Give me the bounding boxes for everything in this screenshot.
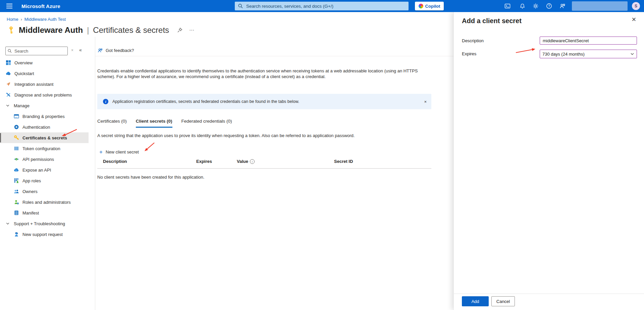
app-title[interactable]: Microsoft Azure <box>21 0 60 12</box>
key-icon <box>7 26 15 35</box>
banner-close-icon[interactable]: × <box>424 99 427 104</box>
panel-title: Add a client secret <box>462 17 522 25</box>
sidebar-item-roles-and-administrators[interactable]: Roles and administrators <box>0 197 89 207</box>
main-content: Got feedback? Credentials enable confide… <box>95 12 453 310</box>
svg-text:?: ? <box>548 4 550 8</box>
token-bars-icon <box>13 146 19 151</box>
sidebar-item-token-configuration[interactable]: Token configuration <box>0 143 89 154</box>
copilot-icon <box>419 4 423 8</box>
sidebar-item-label: Branding & properties <box>22 114 65 119</box>
sidebar-item-certificates-secrets[interactable]: Certificates & secrets <box>0 132 89 143</box>
sidebar-item-expose-an-api[interactable]: Expose an API <box>0 165 89 175</box>
copilot-button[interactable]: Copilot <box>415 2 444 10</box>
sidebar-item-label: Manage <box>14 103 30 108</box>
sidebar-item-support-troubleshooting[interactable]: Support + Troubleshooting <box>0 218 89 229</box>
notifications-bell-icon[interactable] <box>516 0 528 12</box>
page-header: Middleware Auth | Certificates & secrets… <box>7 25 195 35</box>
more-options-icon[interactable]: ⋯ <box>189 27 195 33</box>
sidebar-search-row: × « <box>0 46 89 56</box>
sidebar-item-label: API permissions <box>22 157 54 162</box>
cloud-icon <box>13 167 19 173</box>
breadcrumb-app-link[interactable]: Middleware Auth Test <box>24 17 66 22</box>
sidebar-item-owners[interactable]: Owners <box>0 186 89 197</box>
account-info-redacted <box>572 1 628 11</box>
add-button[interactable]: Add <box>462 296 489 306</box>
breadcrumb-home-link[interactable]: Home <box>7 17 18 22</box>
new-client-secret-button[interactable]: + New client secret <box>99 149 139 155</box>
quickstart-cloud-icon <box>5 71 11 76</box>
help-icon[interactable]: ? <box>543 0 555 12</box>
search-clear-icon[interactable]: × <box>71 48 73 53</box>
sidebar-item-api-permissions[interactable]: API permissions <box>0 154 89 165</box>
sidebar-divider <box>95 37 95 310</box>
sidebar-item-label: Quickstart <box>14 71 34 76</box>
column-header-description: Description <box>103 159 127 164</box>
browser-window-icon <box>13 114 19 119</box>
table-header-divider <box>97 168 431 169</box>
sidebar-item-label: Integration assistant <box>14 82 53 87</box>
sidebar-item-label: Support + Troubleshooting <box>14 221 65 226</box>
key-icon <box>13 135 19 141</box>
info-banner: i Application registration certificates,… <box>97 94 431 109</box>
plus-icon: + <box>99 149 103 155</box>
sidebar-item-label: Owners <box>22 189 38 194</box>
description-label: Description <box>462 38 484 43</box>
expires-dropdown[interactable]: 730 days (24 months) <box>540 50 637 58</box>
info-icon: i <box>250 159 255 164</box>
column-header-value: Valuei <box>237 159 255 164</box>
sidebar-search[interactable] <box>5 47 68 55</box>
sidebar-item-authentication[interactable]: Authentication <box>0 122 89 132</box>
rocket-icon <box>5 81 11 87</box>
page-subtitle: Certificates & secrets <box>93 25 169 35</box>
breadcrumb-separator: › <box>21 17 22 22</box>
avatar[interactable]: S <box>632 2 640 10</box>
cloud-shell-icon[interactable] <box>501 0 514 12</box>
sidebar-item-manifest[interactable]: Manifest <box>0 207 89 218</box>
sidebar-collapse-icon[interactable]: « <box>79 47 82 53</box>
chevron-down-icon <box>630 52 634 56</box>
sidebar-item-label: Overview <box>14 60 33 65</box>
cancel-button[interactable]: Cancel <box>491 296 515 306</box>
sidebar-nav: OverviewQuickstartIntegration assistantD… <box>0 57 89 240</box>
sidebar-item-label: Expose an API <box>22 168 51 173</box>
feedback-icon[interactable] <box>556 0 569 12</box>
table-header: DescriptionExpiresValueiSecret ID <box>97 159 431 166</box>
sidebar-item-manage[interactable]: Manage <box>0 100 89 111</box>
tab-federated-credentials-0[interactable]: Federated credentials (0) <box>181 119 232 128</box>
close-icon[interactable]: ✕ <box>632 16 636 23</box>
top-bar: Microsoft Azure Copilot ? S <box>0 0 644 12</box>
sidebar-item-app-roles[interactable]: App roles <box>0 175 89 186</box>
sidebar-item-label: Token configuration <box>22 146 60 151</box>
panel-footer-divider <box>454 294 644 294</box>
support-person-icon <box>13 232 19 237</box>
sidebar-item-quickstart[interactable]: Quickstart <box>0 68 89 79</box>
api-node-icon <box>13 157 19 162</box>
tab-client-secrets-0[interactable]: Client secrets (0) <box>136 119 172 128</box>
empty-table-message: No client secrets have been created for … <box>97 175 204 180</box>
sidebar-item-branding-properties[interactable]: Branding & properties <box>0 111 89 122</box>
settings-gear-icon[interactable] <box>530 0 542 12</box>
hamburger-menu-icon[interactable] <box>3 0 15 12</box>
expires-label: Expires <box>462 51 476 56</box>
sidebar-item-label: New support request <box>22 232 63 237</box>
sidebar-item-integration-assistant[interactable]: Integration assistant <box>0 79 89 89</box>
sidebar-item-overview[interactable]: Overview <box>0 57 89 68</box>
divider <box>95 56 453 56</box>
sidebar-item-new-support-request[interactable]: New support request <box>0 229 89 240</box>
chevron-down-icon <box>5 221 10 227</box>
sidebar-search-input[interactable] <box>14 48 67 54</box>
tab-list: Certificates (0)Client secrets (0)Federa… <box>97 119 232 128</box>
title-separator: | <box>87 25 89 35</box>
got-feedback-button[interactable]: Got feedback? <box>97 48 134 53</box>
sidebar-item-label: Manifest <box>22 210 39 215</box>
global-search-input[interactable] <box>246 3 409 9</box>
description-input[interactable] <box>540 37 637 45</box>
tab-certificates-0[interactable]: Certificates (0) <box>97 119 127 128</box>
global-search[interactable] <box>235 2 409 10</box>
person-gear-icon <box>13 199 19 205</box>
tab-description: A secret string that the application use… <box>97 133 355 138</box>
intro-text: Credentials enable confidential applicat… <box>97 68 433 79</box>
pin-icon[interactable] <box>177 27 182 33</box>
sidebar-item-diagnose-and-solve-problems[interactable]: Diagnose and solve problems <box>0 89 89 100</box>
people-icon <box>13 189 19 194</box>
